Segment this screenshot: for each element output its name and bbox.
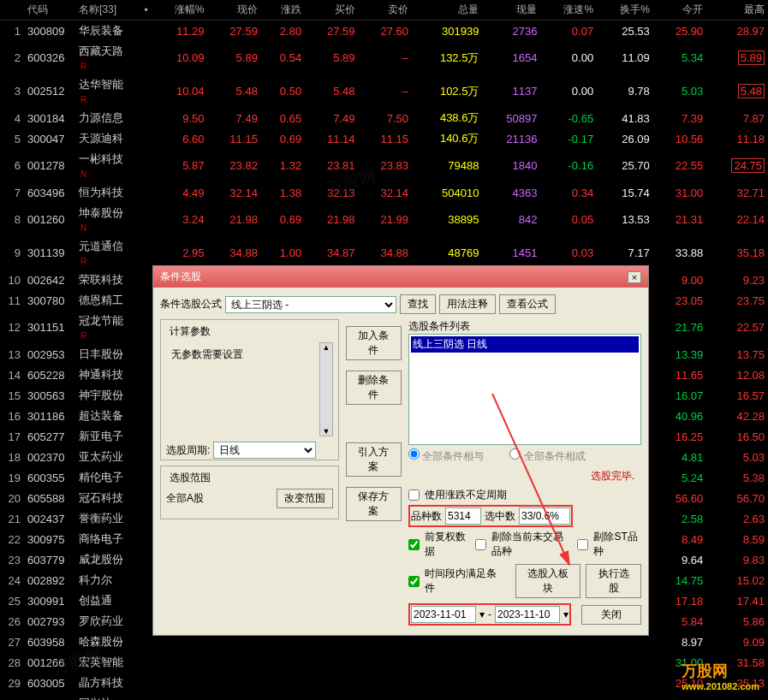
table-row[interactable]: 3002512达华智能 R10.045.480.505.48–102.5万113… bbox=[0, 74, 768, 108]
table-row[interactable]: 28001266宏英智能31.0031.58 bbox=[0, 652, 768, 673]
radio-or[interactable]: 全部条件相或 bbox=[509, 448, 585, 464]
range-text: 全部A股 bbox=[166, 491, 273, 506]
table-row[interactable]: 2600326西藏天路 R10.095.890.545.89–132.5万165… bbox=[0, 41, 768, 74]
formula-select[interactable]: 线上三阴选 - bbox=[225, 296, 396, 313]
table-row[interactable]: 29603005晶方科技25.1025.13 bbox=[0, 673, 768, 693]
date-to-input[interactable] bbox=[495, 606, 560, 623]
table-row[interactable]: 4300184力源信息9.507.490.657.497.50438.6万508… bbox=[0, 108, 768, 128]
table-row[interactable]: 5300047天源迪科6.6011.150.6911.1411.15140.6万… bbox=[0, 128, 768, 149]
nofixed-checkbox[interactable] bbox=[408, 489, 420, 501]
condition-list-title: 选股条件列表 bbox=[408, 319, 641, 334]
table-row[interactable]: 1300809华辰装备11.2927.592.8027.5927.6030193… bbox=[0, 21, 768, 42]
table-row[interactable]: 7603496恒为科技4.4932.141.3832.1332.14504010… bbox=[0, 182, 768, 203]
filter-dialog: 条件选股 × 条件选股公式 线上三阴选 - 查找 用法注释 查看公式 计算参数 … bbox=[152, 265, 649, 636]
nofixed-label: 使用涨跌不定周期 bbox=[425, 488, 507, 502]
params-scrollbar[interactable]: ▲▼ bbox=[319, 342, 333, 436]
timerange-checkbox[interactable] bbox=[408, 576, 420, 587]
exec-button[interactable]: 执行选股 bbox=[586, 564, 641, 598]
formula-label: 条件选股公式 bbox=[160, 297, 222, 311]
add-condition-button[interactable]: 加入条件 bbox=[346, 326, 402, 360]
range-title: 选股范围 bbox=[166, 471, 214, 485]
radio-and[interactable]: 全部条件相与 bbox=[408, 448, 484, 464]
dropdown-icon[interactable]: ▾ bbox=[479, 608, 485, 620]
dropdown-icon[interactable]: ▾ bbox=[563, 608, 569, 620]
del-condition-button[interactable]: 删除条件 bbox=[346, 371, 402, 405]
period-select[interactable]: 日线 bbox=[213, 442, 316, 459]
close-icon[interactable]: × bbox=[628, 271, 641, 283]
params-text: 无参数需要设置 bbox=[166, 342, 319, 436]
fq-checkbox[interactable] bbox=[408, 539, 420, 550]
selected-label: 选中数 bbox=[485, 509, 515, 524]
date-from-input[interactable] bbox=[411, 606, 476, 623]
import-plan-button[interactable]: 引入方案 bbox=[346, 442, 402, 477]
table-row[interactable]: 6001278一彬科技 N5.8723.821.3223.8123.837948… bbox=[0, 149, 768, 182]
change-range-button[interactable]: 改变范围 bbox=[277, 489, 333, 508]
selected-value bbox=[519, 507, 570, 525]
table-row[interactable]: 30002845同兴达19.4319.60 bbox=[0, 693, 768, 700]
table-row[interactable]: 8001260坤泰股份 N3.2421.980.6921.9821.993889… bbox=[0, 203, 768, 236]
excl-notrade-checkbox[interactable] bbox=[475, 539, 486, 550]
condition-listbox[interactable]: 线上三阴选 日线 bbox=[408, 334, 641, 445]
count-label: 品种数 bbox=[411, 509, 442, 524]
dialog-titlebar[interactable]: 条件选股 × bbox=[153, 266, 648, 288]
save-plan-button[interactable]: 保存方案 bbox=[346, 487, 402, 521]
list-item[interactable]: 线上三阴选 日线 bbox=[411, 336, 639, 353]
params-title: 计算参数 bbox=[166, 324, 214, 339]
to-block-button[interactable]: 选股入板块 bbox=[515, 564, 581, 598]
period-label: 选股周期: bbox=[166, 443, 210, 458]
table-header[interactable]: 代码名称[33]•涨幅%现价涨跌买价卖价总量现量涨速%换手%今开最高 bbox=[0, 0, 768, 21]
brand-logo: 万股网 www.201082.com bbox=[682, 661, 759, 691]
dialog-title: 条件选股 bbox=[160, 270, 201, 284]
usage-button[interactable]: 用法注释 bbox=[439, 294, 496, 314]
find-button[interactable]: 查找 bbox=[400, 294, 436, 314]
view-formula-button[interactable]: 查看公式 bbox=[499, 294, 556, 314]
excl-st-checkbox[interactable] bbox=[577, 539, 588, 550]
status-text: 选股完毕. bbox=[408, 467, 641, 485]
count-value bbox=[445, 507, 481, 525]
close-button[interactable]: 关闭 bbox=[581, 605, 641, 625]
